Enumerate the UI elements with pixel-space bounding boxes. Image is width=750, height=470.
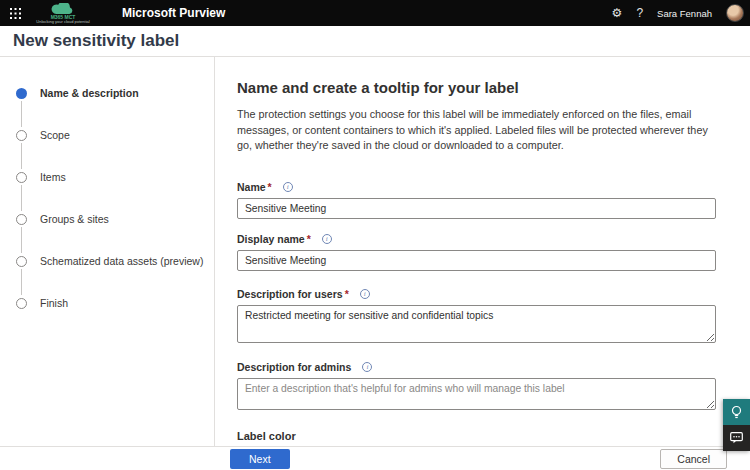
lightbulb-icon (730, 405, 743, 420)
name-field-group: Name* i (237, 181, 716, 219)
step-connector (21, 185, 22, 211)
description-admins-textarea[interactable] (237, 378, 716, 410)
description-users-field-group: Description for users* i Restricted meet… (237, 288, 716, 347)
name-label-row: Name* i (237, 181, 716, 193)
cloud-logo-icon (51, 3, 75, 14)
step-label: Name & description (40, 87, 139, 99)
topbar-right: ⚙ ? Sara Fennah (612, 0, 750, 26)
info-icon[interactable]: i (283, 182, 293, 192)
step-label: Finish (40, 297, 68, 309)
step-dot (16, 172, 27, 183)
info-icon[interactable]: i (362, 362, 372, 372)
step-connector (21, 269, 22, 295)
description-users-textarea[interactable]: Restricted meeting for sensitive and con… (237, 305, 716, 343)
step-dot (16, 130, 27, 141)
app-launcher-waffle-icon[interactable] (0, 0, 30, 26)
label-color-heading: Label color (237, 430, 716, 442)
step-label: Schematized data assets (preview) (40, 255, 203, 267)
description-users-label-row: Description for users* i (237, 288, 716, 300)
info-icon[interactable]: i (322, 234, 332, 244)
next-button[interactable]: Next (230, 449, 290, 469)
description-admins-label: Description for admins (237, 361, 351, 373)
content-row: Name & description Scope Items Groups & … (0, 56, 750, 446)
step-name-description[interactable]: Name & description (16, 87, 214, 99)
step-schematized-data-assets[interactable]: Schematized data assets (preview) (16, 255, 214, 267)
display-name-label: Display name* (237, 233, 311, 245)
step-connector (21, 143, 22, 169)
name-input[interactable] (237, 198, 716, 219)
description-admins-label-row: Description for admins i (237, 361, 716, 373)
step-connector (21, 227, 22, 253)
org-logo: M365 MCT Unlocking your cloud potential (30, 0, 96, 26)
wizard-stepper: Name & description Scope Items Groups & … (0, 57, 215, 446)
section-intro: The protection settings you choose for t… (237, 107, 716, 154)
step-dot (16, 298, 27, 309)
help-question-icon[interactable]: ? (636, 7, 643, 19)
info-icon[interactable]: i (360, 289, 370, 299)
cancel-button[interactable]: Cancel (660, 449, 727, 469)
step-connector (21, 101, 22, 127)
step-label: Items (40, 171, 66, 183)
step-items[interactable]: Items (16, 171, 214, 183)
topbar: M365 MCT Unlocking your cloud potential … (0, 0, 750, 26)
step-scope[interactable]: Scope (16, 129, 214, 141)
waffle-icon (10, 8, 21, 19)
floating-button-stack (723, 399, 750, 451)
help-bulb-button[interactable] (723, 399, 750, 425)
step-dot (16, 214, 27, 225)
chat-icon (730, 432, 743, 444)
org-logo-tagline: Unlocking your cloud potential (36, 20, 89, 24)
user-avatar[interactable] (726, 4, 744, 22)
page-title: New sensitivity label (13, 31, 179, 51)
settings-gear-icon[interactable]: ⚙ (612, 7, 623, 19)
wizard-footer: Next Cancel (0, 446, 750, 470)
display-name-label-row: Display name* i (237, 233, 716, 245)
display-name-field-group: Display name* i (237, 233, 716, 271)
step-finish[interactable]: Finish (16, 297, 214, 309)
step-groups-sites[interactable]: Groups & sites (16, 213, 214, 225)
user-name: Sara Fennah (657, 8, 712, 19)
section-heading: Name and create a tooltip for your label (237, 79, 715, 96)
app-title: Microsoft Purview (122, 6, 225, 20)
step-label: Groups & sites (40, 213, 109, 225)
description-users-label: Description for users* (237, 288, 349, 300)
step-dot-active (16, 88, 27, 99)
description-admins-field-group: Description for admins i (237, 361, 716, 414)
display-name-input[interactable] (237, 250, 716, 271)
main-content: Name and create a tooltip for your label… (215, 57, 715, 446)
step-dot (16, 256, 27, 267)
name-label: Name* (237, 181, 272, 193)
feedback-chat-button[interactable] (723, 425, 750, 451)
page-header: New sensitivity label (0, 26, 750, 56)
step-label: Scope (40, 129, 70, 141)
